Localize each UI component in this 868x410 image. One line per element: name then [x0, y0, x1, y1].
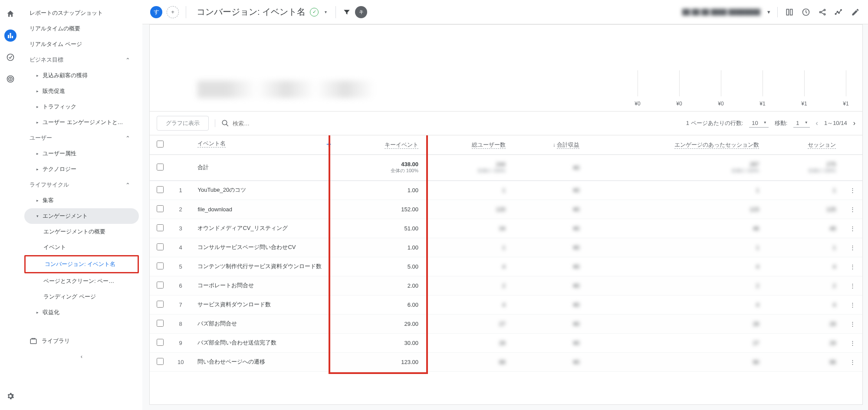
filter-chip-key[interactable]: キ [355, 6, 367, 18]
nav-library[interactable]: ライブラリ [24, 333, 139, 349]
row-more-icon[interactable]: ⋮ [850, 225, 855, 232]
collapse-sidebar-button[interactable]: ‹ [24, 349, 139, 364]
table-row: 1YouTube_20のコツ1.001¥011⋮ [150, 180, 862, 200]
row-checkbox[interactable] [157, 262, 164, 269]
event-name-cell[interactable]: サービス資料ダウンロード数 [197, 301, 271, 308]
home-icon[interactable] [4, 8, 16, 20]
svg-rect-7 [30, 339, 36, 344]
row-more-icon[interactable]: ⋮ [850, 321, 855, 327]
col-total-users[interactable]: 総ユーザー数 [472, 141, 506, 149]
event-name-cell[interactable]: バズ部全問い合わせ送信完了数 [197, 339, 276, 346]
engaged-cell: 4 [756, 263, 759, 270]
nav-prospect[interactable]: ▸見込み顧客の獲得 [24, 68, 139, 83]
svg-point-6 [10, 79, 11, 79]
nav-realtime-page[interactable]: リアルタイム ページ [24, 36, 139, 52]
row-checkbox[interactable] [157, 358, 164, 365]
row-more-icon[interactable]: ⋮ [850, 302, 855, 308]
nav-landing-page[interactable]: ランディング ページ [24, 289, 139, 305]
filter-icon[interactable] [343, 8, 351, 16]
triangle-icon: ▸ [36, 73, 43, 78]
insights-icon[interactable] [801, 7, 811, 17]
table-row: 10問い合わせページへの遷移123.0088¥09096⋮ [150, 352, 862, 371]
nav-user-attr[interactable]: ▸ユーザー属性 [24, 146, 139, 161]
event-name-cell[interactable]: バズ部お問合せ [197, 320, 237, 327]
row-checkbox[interactable] [157, 320, 164, 327]
col-sessions[interactable]: セッション [808, 141, 836, 149]
nav-realtime-overview[interactable]: リアルタイムの概要 [24, 21, 139, 36]
verified-badge-icon[interactable]: ✓ [310, 8, 319, 16]
nav-traffic[interactable]: ▸トラフィック [24, 99, 139, 115]
date-dropdown[interactable]: ▾ [767, 9, 770, 15]
divider [186, 6, 186, 18]
key-event-cell: 29.00 [338, 314, 425, 333]
nav-engagement[interactable]: ▾エンゲージメント [24, 208, 139, 224]
add-dimension-button[interactable]: + [326, 140, 332, 150]
explore-icon[interactable] [4, 51, 16, 63]
svg-point-17 [841, 9, 842, 10]
row-more-icon[interactable]: ⋮ [850, 206, 855, 213]
nav-pages-screens[interactable]: ページとスクリーン: ペー… [24, 273, 139, 289]
nav-monetization[interactable]: ▸収益化 [24, 305, 139, 320]
col-engaged-sessions[interactable]: エンゲージのあったセッション数 [674, 141, 759, 149]
nav-acquisition[interactable]: ▸集客 [24, 193, 139, 208]
nav-group-business[interactable]: ビジネス目標⌃ [24, 52, 139, 68]
event-name-cell[interactable]: オウンドメディアCV_リスティング [197, 225, 287, 231]
goto-select[interactable]: 1 [793, 119, 809, 128]
nav-sales[interactable]: ▸販売促進 [24, 83, 139, 99]
nav-conversion-event-name[interactable]: コンバージョン: イベント名 [24, 255, 139, 273]
event-name-cell[interactable]: 問い合わせページへの遷移 [197, 358, 265, 365]
row-more-icon[interactable]: ⋮ [850, 187, 855, 194]
settings-icon[interactable] [4, 390, 16, 402]
row-more-icon[interactable]: ⋮ [850, 340, 855, 346]
row-checkbox[interactable] [157, 282, 164, 289]
date-range[interactable]: ██ ██ ██ ████ ████████ [682, 9, 760, 15]
segment-chip-all[interactable]: す [150, 6, 162, 18]
title-dropdown[interactable]: ▾ [323, 10, 329, 14]
row-checkbox[interactable] [157, 301, 164, 308]
totals-row: 合計 438.00全体の 100% 244全体の 100% ¥0 267全体の … [150, 154, 862, 180]
nav-group-lifecycle[interactable]: ライフサイクル⌃ [24, 177, 139, 193]
event-name-cell[interactable]: コーポレートお問合せ [197, 282, 254, 289]
reports-icon[interactable] [4, 30, 16, 42]
row-more-icon[interactable]: ⋮ [850, 263, 855, 270]
next-page-button[interactable]: › [853, 119, 855, 127]
row-checkbox[interactable] [157, 339, 164, 346]
nav-snapshot[interactable]: レポートのスナップショット [24, 5, 139, 21]
row-more-icon[interactable]: ⋮ [850, 244, 855, 251]
table-controls-row: グラフに表示 1 ページあたりの行数: 10 移動: 1 ‹ 1～10/14 › [150, 112, 862, 135]
share-icon[interactable] [818, 7, 827, 17]
event-name-cell[interactable]: コンテンツ制作代行サービス資料ダウンロード数 [197, 263, 322, 269]
nav-events[interactable]: イベント [24, 239, 139, 255]
col-total-revenue[interactable]: 合計収益 [557, 141, 579, 149]
prev-page-button[interactable]: ‹ [816, 119, 818, 127]
nav-engagement-overview[interactable]: エンゲージメントの概要 [24, 224, 139, 239]
trend-icon[interactable] [834, 7, 844, 17]
nav-technology[interactable]: ▸テクノロジー [24, 161, 139, 177]
compare-icon[interactable] [785, 7, 794, 17]
edit-icon[interactable] [851, 7, 860, 17]
row-checkbox[interactable] [157, 186, 164, 193]
row-more-icon[interactable]: ⋮ [850, 359, 855, 365]
show-in-graph-button[interactable]: グラフに表示 [157, 116, 209, 131]
engaged-cell: 46 [753, 225, 759, 232]
page-range: 1～10/14 [824, 119, 847, 127]
nav-group-user[interactable]: ユーザー⌃ [24, 130, 139, 146]
row-more-icon[interactable]: ⋮ [850, 282, 855, 289]
add-segment-button[interactable]: + [167, 6, 179, 18]
row-checkbox[interactable] [157, 243, 164, 250]
row-checkbox[interactable] [157, 205, 164, 212]
nav-user-engagement[interactable]: ▸ユーザー エンゲージメントと… [24, 115, 139, 130]
select-all-checkbox[interactable] [157, 141, 164, 148]
revenue-cell: ¥0 [573, 359, 579, 365]
select-total-checkbox[interactable] [157, 164, 164, 171]
col-key-event[interactable]: キーイベント [385, 141, 418, 149]
rows-per-page-select[interactable]: 10 [749, 119, 768, 128]
event-name-cell[interactable]: file_download [197, 206, 232, 213]
tick: ¥1 [796, 101, 812, 107]
search-input[interactable] [233, 120, 345, 127]
row-checkbox[interactable] [157, 224, 164, 231]
event-name-cell[interactable]: コンサルサービスページ問い合わせCV [197, 244, 296, 250]
col-event-name[interactable]: イベント名 [197, 140, 226, 148]
event-name-cell[interactable]: YouTube_20のコツ [197, 187, 246, 193]
ads-icon[interactable] [4, 73, 16, 85]
